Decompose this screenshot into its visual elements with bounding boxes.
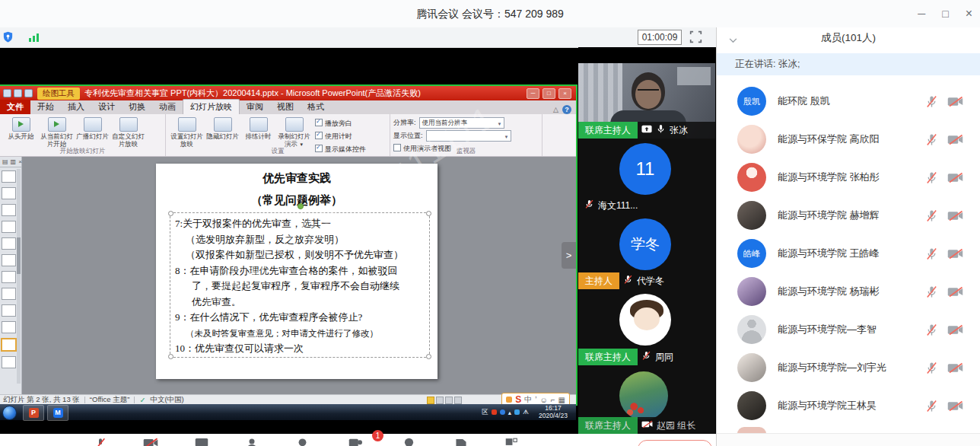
start-button[interactable]: [2, 406, 17, 420]
normal-view-icon[interactable]: [427, 397, 434, 404]
help-icon[interactable]: ?: [562, 105, 571, 114]
tray-shield-icon[interactable]: [514, 409, 520, 415]
slide-thumb[interactable]: [2, 356, 16, 368]
tab-slideshow-active[interactable]: 幻灯片放映: [183, 99, 240, 114]
taskbar-powerpoint-button[interactable]: P: [23, 405, 44, 421]
thumbnail-list[interactable]: [0, 168, 17, 391]
quick-access-toolbar[interactable]: [3, 89, 33, 97]
broadcast-slideshow-button[interactable]: 广播幻灯片: [75, 116, 110, 147]
use-timings-checkbox[interactable]: 使用计时: [315, 131, 366, 142]
slide-thumb[interactable]: [2, 204, 16, 216]
record-icon[interactable]: [455, 438, 467, 446]
tab-format[interactable]: 格式: [301, 100, 331, 114]
slide-text-box[interactable]: 7:关于双报案件的优先审查，选其一 （选发明放弃新型，反之放弃发明） （双报案件…: [170, 212, 430, 358]
member-row[interactable]: 能源与环境学院—刘宇光: [717, 349, 980, 387]
video-tile-zhangbing[interactable]: 联席主持人 张冰: [578, 63, 715, 139]
thumbnail-scrollbar[interactable]: [17, 169, 21, 384]
show-on-select[interactable]: [426, 130, 511, 142]
members-list[interactable]: 殷凯 能环院 殷凯 能源与环保学院 高欣阳 能源与环境学院 张柏彤 能源与环境学…: [717, 82, 980, 434]
custom-slideshow-button[interactable]: 自定义幻灯片放映: [110, 116, 146, 147]
tray-network-icon[interactable]: ᗑ: [523, 408, 529, 416]
reading-view-icon[interactable]: [445, 397, 453, 404]
outline-tab-icon[interactable]: ▥: [11, 158, 17, 165]
tab-design[interactable]: 设计: [91, 100, 122, 114]
sorter-view-icon[interactable]: [436, 397, 444, 404]
ppt-minimize-icon[interactable]: ─: [527, 88, 539, 99]
tab-file[interactable]: 文件: [0, 100, 30, 114]
system-tray[interactable]: 区 ▴ ᗑ: [482, 404, 529, 420]
slide-thumb[interactable]: [2, 254, 16, 266]
save-icon[interactable]: [3, 89, 11, 97]
end-meeting-button[interactable]: [638, 440, 712, 446]
redo-icon[interactable]: [24, 89, 33, 97]
member-row[interactable]: 能源与环境学院 杨瑞彬: [717, 272, 980, 311]
audio-icon[interactable]: [297, 438, 308, 446]
tab-insert[interactable]: 插入: [61, 100, 91, 114]
slide-thumb[interactable]: [2, 221, 16, 233]
chat-icon[interactable]: [403, 438, 415, 446]
slide-thumb-selected[interactable]: [1, 338, 17, 352]
ppt-close-icon[interactable]: ×: [558, 88, 571, 99]
invite-icon[interactable]: [247, 438, 257, 446]
maximize-button[interactable]: □: [942, 8, 948, 20]
slide-thumb[interactable]: [2, 304, 16, 317]
member-row[interactable]: 殷凯 能环院 殷凯: [717, 82, 980, 120]
tray-lang-icon[interactable]: 区: [482, 408, 488, 417]
punctuation-icon[interactable]: ’: [535, 396, 536, 404]
slide-thumb[interactable]: [2, 237, 16, 250]
camera-muted-icon[interactable]: [143, 438, 158, 446]
record-slideshow-button[interactable]: 录制幻灯片演示 ▼: [276, 116, 312, 147]
panel-collapse-arrow[interactable]: >: [562, 242, 576, 269]
hide-slide-button[interactable]: 隐藏幻灯片: [205, 116, 240, 147]
tray-arrow-icon[interactable]: ▴: [508, 409, 511, 416]
play-narrations-checkbox[interactable]: 播放旁白: [315, 118, 366, 129]
tray-app-icon[interactable]: [500, 409, 505, 415]
slide-thumb[interactable]: [2, 187, 16, 199]
video-tile-haiwen[interactable]: 11 海文111...: [578, 139, 715, 215]
member-row[interactable]: 皓峰 能源与环境学院 王皓峰: [717, 234, 980, 272]
resolution-select[interactable]: 使用当前分辨率: [419, 117, 504, 129]
video-tile-partial[interactable]: 联席主持人 赵园 组长: [578, 365, 715, 434]
ppt-restore-icon[interactable]: □: [542, 88, 555, 99]
taskbar-meeting-button[interactable]: M: [47, 405, 68, 421]
video-tile-daixuedong[interactable]: 学冬 主持人 代学冬: [578, 214, 715, 290]
member-row[interactable]: 能源与环境学院 张柏彤: [717, 158, 980, 196]
slide-thumb[interactable]: [2, 271, 16, 283]
view-mode-buttons[interactable]: [427, 397, 462, 404]
member-row[interactable]: 能源与环境学院王林昊: [717, 387, 980, 425]
slide-thumb[interactable]: [2, 288, 16, 300]
video-tile-zhoutong[interactable]: 联席主持人 周同: [578, 289, 715, 366]
ribbon-collapse-icon[interactable]: △: [553, 106, 558, 113]
slide-canvas[interactable]: 优先审查实践 （常见问题例举） 7:关于双报案件的优先审查，选其一 （选发明放弃…: [156, 164, 438, 379]
keyboard-icon[interactable]: ▦: [558, 396, 565, 404]
from-current-slide-button[interactable]: 从当前幻灯片开始: [39, 116, 75, 147]
layout-icon[interactable]: [505, 438, 517, 446]
close-button[interactable]: ×: [966, 7, 972, 21]
slide-thumb[interactable]: [2, 170, 16, 183]
fullscreen-icon[interactable]: [689, 30, 703, 44]
slides-tab-icon[interactable]: ▤: [2, 158, 8, 165]
slideshow-view-icon[interactable]: [454, 397, 462, 404]
tray-sogou-icon[interactable]: [492, 409, 497, 415]
member-row[interactable]: 能源与环境学院 赫增辉: [717, 196, 980, 234]
tab-review[interactable]: 审阅: [240, 100, 270, 114]
minimize-button[interactable]: ─: [918, 8, 925, 20]
member-row[interactable]: 能源与环境学院—李智: [717, 311, 980, 349]
members-icon[interactable]: [348, 438, 362, 446]
undo-icon[interactable]: [14, 89, 22, 97]
mic-muted-icon[interactable]: [94, 438, 107, 446]
emoji-icon[interactable]: ☺: [539, 396, 547, 404]
tab-animations[interactable]: 动画: [152, 100, 183, 114]
member-row[interactable]: 能源与环保学院 高欣阳: [717, 120, 980, 158]
slide-thumb[interactable]: [2, 321, 16, 333]
rehearse-timings-button[interactable]: 排练计时: [240, 116, 276, 147]
screen-share-icon[interactable]: [195, 438, 208, 446]
chinese-mode-indicator[interactable]: 中: [524, 394, 532, 405]
rotation-handle[interactable]: [298, 203, 304, 209]
tab-home[interactable]: 开始: [30, 100, 61, 114]
tab-transitions[interactable]: 切换: [122, 100, 152, 114]
mic-input-icon[interactable]: ⌐: [551, 396, 555, 404]
setup-slideshow-button[interactable]: 设置幻灯片放映: [169, 116, 205, 147]
taskbar-clock[interactable]: 16:17 2020/4/23: [532, 405, 574, 419]
ppt-window-controls[interactable]: ─□×: [527, 88, 571, 99]
